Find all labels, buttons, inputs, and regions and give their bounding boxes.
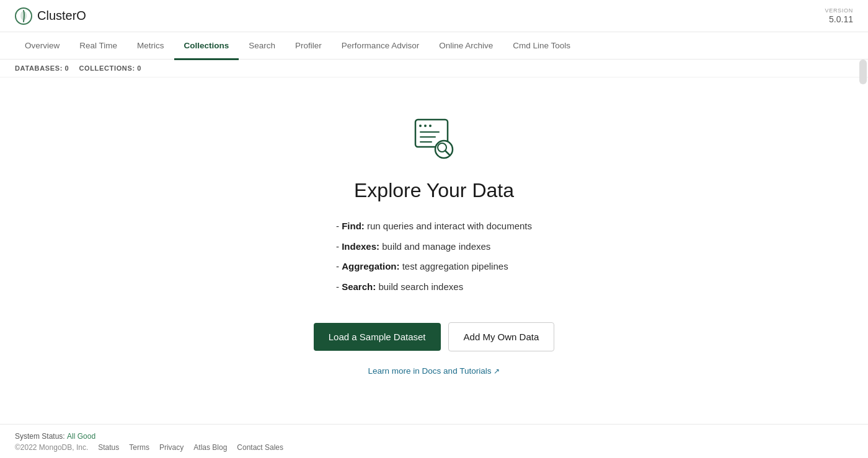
feature-find: - Find: run queries and interact with do… <box>336 219 532 234</box>
status-value: All Good <box>67 432 95 441</box>
tab-realtime[interactable]: Real Time <box>69 33 127 60</box>
footer-links: ©2022 MongoDB, Inc. Status Terms Privacy… <box>15 443 853 452</box>
main-content: Explore Your Data - Find: run queries an… <box>0 77 868 400</box>
add-own-data-button[interactable]: Add My Own Data <box>448 322 555 351</box>
scrollbar[interactable] <box>859 59 867 84</box>
footer-link-terms[interactable]: Terms <box>129 443 149 452</box>
feature-aggregation: - Aggregation: test aggregation pipeline… <box>336 260 532 274</box>
learn-more-link[interactable]: Learn more in Docs and Tutorials ↗ <box>368 366 500 376</box>
footer-status: System Status: All Good <box>15 432 853 441</box>
footer-copyright: ©2022 MongoDB, Inc. <box>15 443 88 452</box>
explore-icon-wrapper <box>409 115 459 167</box>
button-row: Load a Sample Dataset Add My Own Data <box>314 322 555 351</box>
svg-point-4 <box>429 125 432 127</box>
tab-profiler[interactable]: Profiler <box>285 33 332 60</box>
feature-search: - Search: build search indexes <box>336 280 532 294</box>
tab-collections[interactable]: Collections <box>174 33 239 60</box>
explore-title: Explore Your Data <box>354 179 514 202</box>
svg-point-2 <box>419 125 422 127</box>
svg-point-3 <box>424 125 427 127</box>
logo-area: ClusterO <box>15 7 86 25</box>
databases-count: 0 <box>65 64 69 72</box>
feature-list: - Find: run queries and interact with do… <box>336 219 532 300</box>
collections-label: COLLECTIONS: <box>79 64 135 72</box>
stats-bar: DATABASES: 0 COLLECTIONS: 0 <box>0 59 868 77</box>
status-prefix: System Status: <box>15 432 65 441</box>
logo-icon <box>15 7 32 25</box>
version-label: VERSION <box>825 7 853 14</box>
tab-cmd-line-tools[interactable]: Cmd Line Tools <box>503 33 580 60</box>
explore-data-icon <box>409 115 459 164</box>
load-sample-dataset-button[interactable]: Load a Sample Dataset <box>314 323 441 351</box>
tab-overview[interactable]: Overview <box>15 33 69 60</box>
footer-link-privacy[interactable]: Privacy <box>159 443 184 452</box>
version-area: VERSION 5.0.11 <box>825 7 853 25</box>
databases-label: DATABASES: <box>15 64 63 72</box>
collections-count: 0 <box>137 64 141 72</box>
learn-more-text: Learn more in Docs and Tutorials <box>368 366 492 376</box>
footer: System Status: All Good ©2022 MongoDB, I… <box>0 424 868 458</box>
footer-link-atlas-blog[interactable]: Atlas Blog <box>193 443 227 452</box>
version-number: 5.0.11 <box>829 14 853 24</box>
feature-indexes: - Indexes: build and manage indexes <box>336 240 532 254</box>
tab-metrics[interactable]: Metrics <box>127 33 174 60</box>
tab-search[interactable]: Search <box>239 33 285 60</box>
logo-text: ClusterO <box>37 9 86 23</box>
tab-performance-advisor[interactable]: Performance Advisor <box>332 33 429 60</box>
footer-link-status[interactable]: Status <box>98 443 119 452</box>
tab-online-archive[interactable]: Online Archive <box>429 33 503 60</box>
footer-link-contact-sales[interactable]: Contact Sales <box>237 443 283 452</box>
external-link-icon: ↗ <box>494 367 500 376</box>
nav-tabs: Overview Real Time Metrics Collections S… <box>0 32 868 59</box>
top-header: ClusterO VERSION 5.0.11 <box>0 0 868 32</box>
